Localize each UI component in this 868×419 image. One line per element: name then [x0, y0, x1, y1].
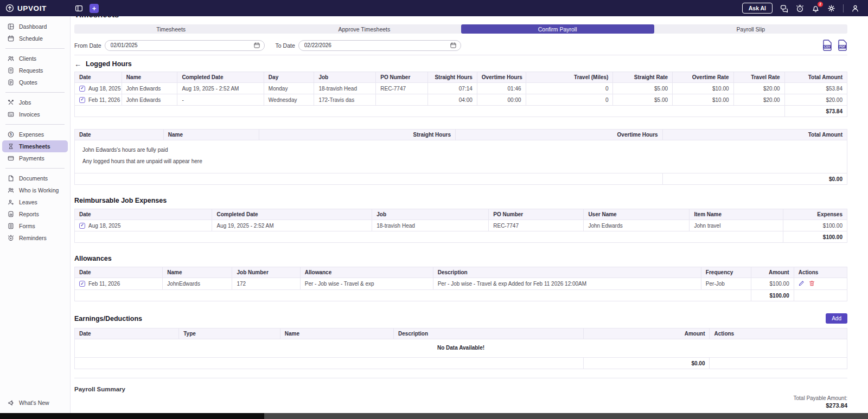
- dashboard-icon: [8, 23, 14, 30]
- row-checkbox[interactable]: [79, 97, 85, 103]
- edit-pencil-icon[interactable]: [799, 280, 805, 286]
- sidebar-divider: [5, 124, 65, 125]
- sidebar-item-invoices[interactable]: Invoices: [2, 108, 68, 120]
- invoices-icon: [8, 111, 14, 118]
- date-filter-row: From Date To Date CSV PDF: [74, 40, 847, 51]
- calendar-icon[interactable]: [254, 42, 260, 48]
- column-header: Expenses: [783, 209, 847, 220]
- sidebar-item-clients[interactable]: Clients: [2, 53, 68, 65]
- tab-approve-timesheets[interactable]: Approve Timesheets: [267, 24, 461, 34]
- allowances-table: Date Name Job Number Allowance Descripti…: [74, 267, 847, 301]
- app-logo[interactable]: UPVOIT: [0, 4, 71, 12]
- no-data-message: No Data Available!: [75, 339, 847, 358]
- column-header: Straight Rate: [613, 72, 673, 83]
- export-csv-icon[interactable]: CSV: [822, 40, 832, 51]
- row-checkbox[interactable]: [79, 223, 85, 229]
- horizontal-scrollbar-thumb[interactable]: [264, 413, 868, 419]
- tab-timesheets[interactable]: Timesheets: [74, 24, 267, 34]
- logged-hours-table: Date Name Completed Date Day Job PO Numb…: [74, 72, 847, 117]
- add-earning-button[interactable]: Add: [826, 313, 847, 324]
- column-header: Completed Date: [177, 72, 264, 83]
- payroll-summary-title: Payroll Summary: [74, 386, 847, 392]
- back-arrow-icon[interactable]: ←: [74, 61, 81, 68]
- sidebar-item-label: Forms: [19, 223, 35, 229]
- column-header: Straight Hours: [427, 72, 477, 83]
- tab-payroll-slip[interactable]: Payroll Slip: [654, 24, 847, 34]
- column-header: Job: [372, 209, 489, 220]
- sidebar-item-label: Timesheets: [19, 143, 50, 150]
- jobs-icon: [8, 99, 14, 106]
- reminder-timer-icon[interactable]: [796, 4, 804, 12]
- sidebar-item-label: Dashboard: [19, 23, 47, 30]
- to-date-label: To Date: [276, 42, 295, 49]
- to-date-input[interactable]: [298, 40, 461, 51]
- quick-add-button[interactable]: +: [90, 4, 99, 13]
- sidebar-item-expenses[interactable]: S Expenses: [2, 128, 68, 140]
- column-header: Overtime Rate: [673, 72, 733, 83]
- sidebar-item-jobs[interactable]: Jobs: [2, 96, 68, 108]
- cell-date: Feb 11, 2026: [88, 97, 120, 103]
- sidebar-item-label: Schedule: [19, 35, 43, 42]
- sidebar-divider: [5, 168, 65, 169]
- settings-gear-icon[interactable]: [827, 4, 835, 12]
- reimbursable-title: Reimbursable Job Expenses: [74, 197, 847, 204]
- sidebar-item-dashboard[interactable]: Dashboard: [2, 21, 68, 33]
- quotes-icon: [8, 79, 14, 86]
- column-header: Amount: [751, 267, 794, 278]
- column-header: Date: [75, 209, 212, 220]
- empty-state-row: John Edwards's hours are fully paid Any …: [75, 140, 847, 173]
- column-header: Name: [122, 72, 177, 83]
- sidebar-divider: [5, 92, 65, 93]
- column-header: Amount: [584, 328, 710, 339]
- sidebar-item-forms[interactable]: Forms: [2, 220, 68, 232]
- leaves-icon: [8, 199, 14, 205]
- sidebar-item-who-is-working[interactable]: Who is Working: [2, 184, 68, 196]
- sidebar-item-whats-new[interactable]: What's New: [2, 397, 68, 409]
- sidebar-item-quotes[interactable]: Quotes: [2, 76, 68, 88]
- sidebar-item-leaves[interactable]: Leaves: [2, 196, 68, 208]
- cell-date: Aug 18, 2025: [88, 223, 121, 229]
- column-header: Date: [75, 72, 122, 83]
- sidebar-item-label: Clients: [19, 55, 36, 62]
- notification-count-badge: 2: [818, 2, 823, 7]
- svg-text:CSV: CSV: [824, 45, 831, 48]
- column-header: Description: [394, 328, 584, 339]
- sidebar-item-documents[interactable]: Documents: [2, 172, 68, 184]
- sidebar-item-reports[interactable]: Reports: [2, 208, 68, 220]
- whats-new-megaphone-icon: [8, 399, 14, 406]
- sidebar-item-label: What's New: [19, 399, 49, 406]
- row-checkbox[interactable]: [79, 86, 85, 92]
- user-profile-icon[interactable]: [851, 4, 859, 12]
- clients-icon: [8, 55, 14, 62]
- timesheets-icon: [8, 143, 14, 150]
- chat-icon[interactable]: [780, 4, 788, 12]
- from-date-input[interactable]: [105, 40, 265, 51]
- sidebar-item-timesheets[interactable]: Timesheets: [2, 140, 68, 152]
- sidebar-toggle-icon[interactable]: [75, 4, 83, 12]
- notifications-bell-icon[interactable]: 2: [812, 4, 820, 12]
- sidebar-item-reminders[interactable]: Reminders: [2, 232, 68, 244]
- logged-hours-title: Logged Hours: [86, 60, 132, 68]
- total-payable-value: $273.84: [74, 402, 847, 409]
- sidebar-item-schedule[interactable]: Schedule: [2, 33, 68, 44]
- calendar-icon[interactable]: [450, 42, 456, 48]
- page-title: Timesheets: [74, 16, 847, 20]
- column-header: Allowance: [300, 267, 433, 278]
- earnings-total: $0.00: [584, 358, 710, 369]
- sidebar-item-requests[interactable]: Requests: [2, 65, 68, 76]
- ask-ai-button[interactable]: Ask AI: [742, 3, 773, 14]
- row-checkbox[interactable]: [79, 281, 85, 287]
- table-total-row: $100.00: [75, 231, 847, 243]
- column-header: PO Number: [489, 209, 584, 220]
- column-header: Job Number: [232, 267, 300, 278]
- column-header: Actions: [794, 267, 847, 278]
- tab-confirm-payroll[interactable]: Confirm Payroll: [461, 24, 654, 34]
- sidebar-item-payments[interactable]: Payments: [2, 152, 68, 164]
- column-header: User Name: [584, 209, 690, 220]
- sidebar-item-label: Payments: [19, 155, 44, 162]
- expenses-icon: S: [8, 131, 14, 138]
- column-header: Name: [163, 130, 259, 140]
- export-pdf-icon[interactable]: PDF: [838, 40, 847, 51]
- sidebar-item-label: Quotes: [19, 79, 37, 86]
- delete-trash-icon[interactable]: [809, 280, 815, 286]
